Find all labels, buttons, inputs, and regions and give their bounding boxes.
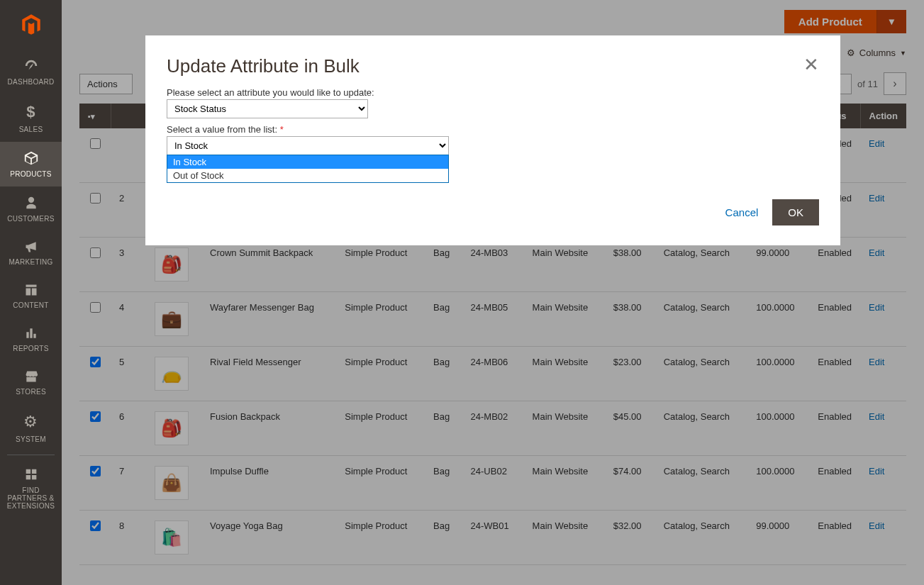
blocks-icon xyxy=(23,467,39,482)
sidebar-item-label: SALES xyxy=(19,126,43,133)
admin-sidebar: DASHBOARD$SALESPRODUCTSCUSTOMERSMARKETIN… xyxy=(0,0,62,585)
ok-button[interactable]: OK xyxy=(772,199,819,225)
value-label-text: Select a value from the list: xyxy=(167,124,277,135)
store-icon xyxy=(23,369,39,384)
magento-logo[interactable] xyxy=(0,0,62,50)
sidebar-item-products[interactable]: PRODUCTS xyxy=(0,142,62,186)
sidebar-item-marketing[interactable]: MARKETING xyxy=(0,231,62,274)
sidebar-item-content[interactable]: CONTENT xyxy=(0,274,62,318)
sidebar-item-system[interactable]: ⚙SYSTEM xyxy=(0,404,62,452)
sidebar-item-customers[interactable]: CUSTOMERS xyxy=(0,186,62,231)
cancel-button[interactable]: Cancel xyxy=(725,206,759,218)
modal-title: Update Attribute in Bulk xyxy=(167,55,360,77)
sidebar-item-label: REPORTS xyxy=(13,345,48,352)
attribute-select[interactable]: Stock Status xyxy=(167,99,368,118)
value-select-dropdown: In Stock Out of Stock xyxy=(167,155,449,183)
sidebar-item-label: MARKETING xyxy=(9,258,52,266)
sidebar-item-dashboard[interactable]: DASHBOARD xyxy=(0,50,62,94)
update-attribute-modal: Update Attribute in Bulk ✕ Please select… xyxy=(145,35,840,245)
sidebar-item-label: DASHBOARD xyxy=(7,78,54,86)
close-icon: ✕ xyxy=(803,54,819,75)
sidebar-item-label: FIND PARTNERS & EXTENSIONS xyxy=(3,486,59,510)
dropdown-option-in-stock[interactable]: In Stock xyxy=(167,155,448,169)
value-select-label: Select a value from the list: * xyxy=(167,124,819,135)
dropdown-option-out-of-stock[interactable]: Out of Stock xyxy=(167,169,448,182)
attribute-select-label: Please select an attribute you would lik… xyxy=(167,87,819,98)
required-asterisk: * xyxy=(280,124,284,135)
sidebar-item-stores[interactable]: STORES xyxy=(0,361,62,404)
main-content: Add Product ▼ ⚙ Columns ▼ Actions of 11 xyxy=(62,0,924,585)
modal-close-button[interactable]: ✕ xyxy=(803,55,819,74)
gear-icon: ⚙ xyxy=(23,413,38,431)
value-select[interactable]: In Stock xyxy=(167,136,449,155)
sidebar-item-label: PRODUCTS xyxy=(10,170,52,178)
megaphone-icon xyxy=(23,240,39,254)
sidebar-item-label: STORES xyxy=(16,388,46,396)
dollar-icon: $ xyxy=(26,103,35,121)
person-icon xyxy=(24,195,38,211)
sidebar-item-sales[interactable]: $SALES xyxy=(0,94,62,142)
sidebar-item-reports[interactable]: REPORTS xyxy=(0,318,62,361)
layout-icon xyxy=(24,283,38,297)
bars-icon xyxy=(24,326,38,340)
sidebar-item-find-partners-extensions[interactable]: FIND PARTNERS & EXTENSIONS xyxy=(0,458,62,518)
sidebar-item-label: CUSTOMERS xyxy=(7,215,54,223)
dashboard-icon xyxy=(23,58,39,74)
box-icon xyxy=(23,150,39,166)
sidebar-item-label: CONTENT xyxy=(13,301,48,309)
sidebar-item-label: SYSTEM xyxy=(16,435,46,443)
